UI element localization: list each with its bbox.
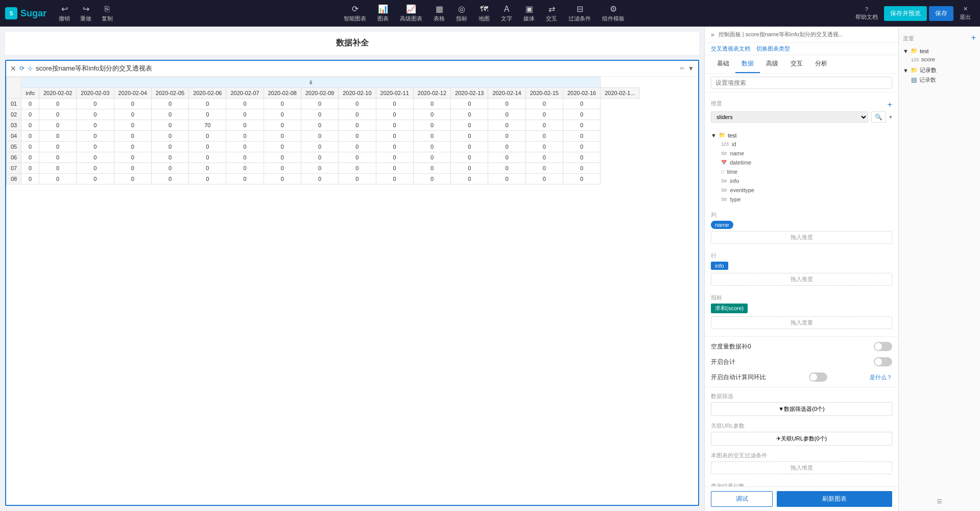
advanced-chart-tool[interactable]: 📈 高级图表: [395, 2, 427, 25]
metrics-label: 指标: [711, 294, 892, 301]
table-cell: 0: [413, 152, 450, 163]
table-cell: 0: [301, 163, 338, 174]
refresh-chart-button[interactable]: 刷新图表: [777, 491, 892, 507]
table-cell: 0: [525, 163, 563, 174]
measure-item-score[interactable]: 123 score: [903, 55, 976, 63]
close-chart-button[interactable]: ✕: [10, 64, 16, 73]
save-button[interactable]: 保存: [929, 6, 953, 21]
help-button[interactable]: ? 帮助文档: [851, 4, 882, 23]
dim-item-time[interactable]: □ time: [711, 167, 892, 176]
data-filter-button[interactable]: ▼数据筛选器(0个): [711, 402, 892, 416]
table-cell: 0: [413, 99, 450, 109]
dim-item-id[interactable]: 123 id: [711, 140, 892, 149]
dim-item-eventtype[interactable]: Str eventtype: [711, 185, 892, 195]
table-tool[interactable]: ▦ 表格: [428, 2, 450, 25]
dim-item-info[interactable]: Str info: [711, 176, 892, 185]
pivot-doc-link[interactable]: 交叉透视表文档: [711, 45, 750, 53]
chart-title: score按name等和info划分的交叉透视表: [36, 64, 677, 73]
chart-dropdown-button[interactable]: ▼: [688, 65, 694, 72]
rows-drop-area[interactable]: 拖入推度: [711, 273, 892, 286]
col-date-header: 2020-02-16: [563, 88, 600, 99]
dim-item-datetime[interactable]: 📅 datetime: [711, 158, 892, 167]
interact-tool[interactable]: ⇄ 交互: [541, 2, 562, 25]
table-cell: 0: [563, 142, 600, 152]
table-cell: 0: [39, 174, 77, 184]
info-chip[interactable]: info: [711, 262, 728, 270]
tab-analysis[interactable]: 分析: [809, 55, 833, 73]
refresh-icon[interactable]: ⟳: [19, 65, 25, 72]
name-chip[interactable]: name: [711, 221, 733, 229]
measure-add-button[interactable]: +: [971, 33, 976, 42]
table-cell: 0: [488, 174, 525, 184]
chart-tool[interactable]: 📊 图表: [372, 2, 394, 25]
rows-label: 行: [711, 252, 892, 260]
metrics-drop-area[interactable]: 拖入度量: [711, 316, 892, 329]
what-is-this-link[interactable]: 是什么？: [870, 374, 892, 381]
row-label: 04: [7, 131, 21, 142]
dimension-add-button[interactable]: +: [888, 100, 892, 109]
tab-interact[interactable]: 交互: [784, 55, 809, 73]
score-chip[interactable]: 求和(score): [711, 304, 748, 313]
switch-chart-link[interactable]: 切换图表类型: [756, 45, 790, 53]
redo-button[interactable]: ↪ 重做: [76, 2, 95, 25]
dimension-type-select[interactable]: sliders: [711, 111, 868, 123]
smart-chart-tool[interactable]: ⟳ 智能图表: [339, 2, 371, 25]
dimension-search-button[interactable]: 🔍: [871, 111, 886, 123]
hamburger-icon[interactable]: ≡: [903, 496, 976, 507]
columns-drop-area[interactable]: 拖入推度: [711, 231, 892, 244]
url-params-section: 关联URL参数 ✈关联URL参数(0个): [705, 419, 898, 449]
edit-icon[interactable]: ✏: [680, 65, 685, 72]
col-info-header: info: [21, 88, 39, 99]
expand-icon[interactable]: »: [711, 31, 714, 38]
table-cell: 0: [451, 142, 488, 152]
cross-filter-drop-area[interactable]: 拖入维度: [711, 461, 892, 474]
debug-button[interactable]: 调试: [711, 491, 773, 507]
measure-folder-records: ▼ 📁 记录数 🔢 记录数: [903, 65, 976, 85]
tab-data[interactable]: 数据: [735, 55, 760, 73]
settings-tabs: 基础 数据 高级 交互 分析: [705, 55, 898, 74]
map-tool[interactable]: 🗺 地图: [473, 3, 495, 25]
right-panel-body: 维度 + sliders 🔍 ▾ ▼ 📁 test: [705, 92, 898, 486]
filter-label: 数据筛选: [711, 392, 892, 400]
measure-folder-records-header[interactable]: ▼ 📁 记录数: [903, 65, 976, 75]
table-cell: 0: [226, 109, 264, 120]
table-cell: 0: [376, 120, 413, 131]
table-corner: [7, 77, 21, 99]
settings-search-input[interactable]: [711, 77, 892, 89]
table-cell: 0: [189, 131, 226, 142]
dim-item-type[interactable]: Str type: [711, 195, 892, 204]
metric-tool[interactable]: ◎ 指标: [451, 2, 472, 25]
tab-advanced[interactable]: 高级: [760, 55, 784, 73]
table-cell: 0: [488, 163, 525, 174]
table-cell: 0: [488, 152, 525, 163]
save-preview-button[interactable]: 保存并预览: [884, 6, 927, 21]
tab-basic[interactable]: 基础: [711, 55, 735, 73]
table-wrapper[interactable]: ii info2020-02-022020-02-032020-02-04202…: [6, 77, 698, 505]
undo-button[interactable]: ↩ 撤销: [55, 2, 74, 25]
main-area: 数据补全 ✕ ⟳ ⊹ score按name等和info划分的交叉透视表 ✏ ▼ …: [0, 27, 980, 511]
dim-item-name[interactable]: Str name: [711, 149, 892, 158]
table-cell: 0: [39, 99, 77, 109]
table-cell: 0: [376, 163, 413, 174]
toggle-zero-fill-switch[interactable]: [874, 342, 892, 351]
dim-folder-header-test[interactable]: ▼ 📁 test: [711, 131, 892, 140]
media-tool[interactable]: ▣ 媒体: [518, 2, 540, 25]
drag-icon[interactable]: ⊹: [28, 65, 33, 72]
table-cell: 0: [114, 142, 151, 152]
table-cell: 0: [563, 174, 600, 184]
template-tool[interactable]: ⚙ 组件模板: [597, 2, 630, 25]
exit-button[interactable]: ✕ 退出: [955, 4, 975, 23]
table-row: 020000000000000000: [7, 109, 640, 120]
url-params-button[interactable]: ✈关联URL参数(0个): [711, 432, 892, 446]
measure-item-records[interactable]: 🔢 记录数: [903, 75, 976, 85]
app-logo[interactable]: S Sugar: [5, 7, 46, 19]
filter-tool[interactable]: ⊟ 过滤条件: [563, 2, 596, 25]
toggle-yoy-switch[interactable]: [809, 373, 827, 382]
text-tool[interactable]: A 文字: [496, 3, 517, 25]
copy-button[interactable]: ⎘ 复制: [98, 3, 117, 25]
nav-right: ? 帮助文档 保存并预览 保存 ✕ 退出: [851, 4, 975, 23]
table-cell: 0: [301, 131, 338, 142]
table-cell: 0: [301, 109, 338, 120]
measure-folder-header[interactable]: ▼ 📁 test: [903, 47, 976, 55]
toggle-subtotal-switch[interactable]: [874, 357, 892, 366]
